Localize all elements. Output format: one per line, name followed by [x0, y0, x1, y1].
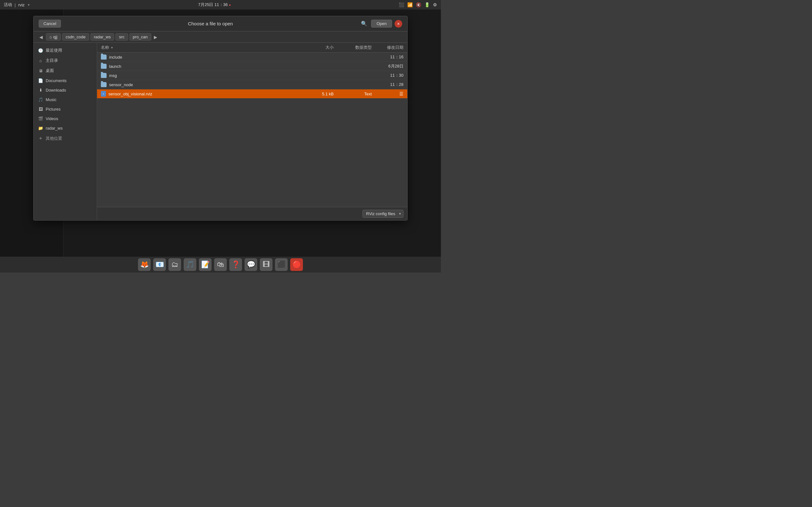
folder-icon-sensor-node — [101, 82, 107, 87]
col-sort-icon: ▼ — [110, 46, 113, 49]
filter-dropdown[interactable]: RViz config files — [362, 210, 403, 218]
home-sidebar-icon: ⌂ — [38, 58, 43, 63]
col-type-header[interactable]: 数据类型 — [334, 45, 372, 50]
folder-icon-sidebar: 📁 — [38, 125, 43, 130]
breadcrumb-bar: ◀ ⌂ qjj csdn_code radar_ws src pro_can ▶ — [34, 32, 407, 43]
row-menu-icon[interactable]: ☰ — [399, 91, 403, 96]
sidebar-item-radar-ws[interactable]: 📁 radar_ws — [34, 123, 97, 133]
dock-item-terminal[interactable]: ⬛ — [275, 258, 288, 271]
filter-dropdown-wrap: RViz config files — [362, 210, 403, 218]
file-row-sensor-node[interactable]: sensor_node 11：28 — [97, 80, 407, 89]
file-list-area: 名称 ▼ 大小 数据类型 修改日期 — [97, 43, 407, 220]
sidebar-item-recent[interactable]: 🕐 最近使用 — [34, 45, 97, 55]
file-row-include[interactable]: include 11：16 — [97, 53, 407, 62]
downloads-icon: ⬇ — [38, 88, 43, 93]
dialog-body: 🕐 最近使用 ⌂ 主目录 🖥 桌面 📄 Documents ⬇ Dow — [34, 43, 407, 220]
file-row-launch[interactable]: launch 6月28日 — [97, 62, 407, 71]
breadcrumb-back-button[interactable]: ◀ — [38, 34, 45, 40]
dock-item-help[interactable]: ❓ — [229, 258, 242, 271]
folder-icon-include — [101, 55, 107, 60]
dialog-overlay: Cancel Choose a file to open 🔍 Open × ◀ … — [0, 9, 441, 257]
sidebar-item-downloads[interactable]: ⬇ Downloads — [34, 85, 97, 95]
sidebar-item-documents[interactable]: 📄 Documents — [34, 76, 97, 85]
breadcrumb-item-qjj[interactable]: ⌂ qjj — [46, 33, 61, 41]
home-icon: ⌂ — [49, 35, 52, 39]
column-header: 名称 ▼ 大小 数据类型 修改日期 — [97, 43, 407, 53]
settings-icon[interactable]: ⚙ — [433, 2, 437, 7]
dock-item-rhythmbox[interactable]: 🎵 — [184, 258, 196, 271]
close-button[interactable]: × — [395, 20, 402, 27]
rviz-file-icon: ≡ — [101, 91, 106, 97]
rviz-label[interactable]: rviz — [18, 3, 24, 7]
desktop-icon: 🖥 — [38, 68, 43, 73]
activities-label[interactable]: 活动 — [4, 2, 12, 8]
file-chooser-dialog: Cancel Choose a file to open 🔍 Open × ◀ … — [33, 16, 408, 221]
music-icon: 🎵 — [38, 97, 43, 102]
file-row-rviz-selected[interactable]: ≡ sensor_obj_visional.rviz 5.1 kB Text ☰ — [97, 89, 407, 99]
folder-icon-launch — [101, 64, 107, 69]
battery-icon[interactable]: 🔋 — [424, 2, 430, 7]
dialog-actions-left: Cancel — [39, 20, 61, 27]
filter-bar: RViz config files — [97, 207, 407, 220]
sidebar-item-desktop[interactable]: 🖥 桌面 — [34, 66, 97, 76]
recent-icon: 🕐 — [38, 48, 43, 53]
dialog-title: Choose a file to open — [61, 21, 360, 26]
dock-item-rviz[interactable]: 🔴 — [290, 258, 303, 271]
folder-icon-msg — [101, 73, 107, 78]
breadcrumb-more-button[interactable]: ▶ — [153, 34, 159, 40]
taskbar-top: 活动 | rviz ▼ 7月25日 11：36 ● ⬛ 📶 🔇 🔋 ⚙ — [0, 0, 441, 9]
taskbar-bottom: 🦊 📧 🗂 🎵 📝 🛍 ❓ 💬 🎞 ⬛ 🔴 — [0, 257, 441, 273]
documents-icon: 📄 — [38, 78, 43, 83]
volume-icon[interactable]: 🔇 — [416, 2, 421, 7]
breadcrumb-item-pro-can[interactable]: pro_can — [130, 33, 151, 41]
file-row-msg[interactable]: msg 11：30 — [97, 71, 407, 80]
sidebar-item-home[interactable]: ⌂ 主目录 — [34, 55, 97, 66]
sidebar-add-location[interactable]: ＋ 其他位置 — [34, 133, 97, 144]
dock-item-firefox[interactable]: 🦊 — [138, 258, 151, 271]
dock-item-thunderbird[interactable]: 📧 — [153, 258, 166, 271]
sidebar: 🕐 最近使用 ⌂ 主目录 🖥 桌面 📄 Documents ⬇ Dow — [34, 43, 97, 220]
breadcrumb-item-src[interactable]: src — [115, 33, 128, 41]
open-button[interactable]: Open — [371, 20, 392, 27]
dialog-header: Cancel Choose a file to open 🔍 Open × — [34, 16, 407, 32]
dock-item-appstore[interactable]: 🛍 — [214, 258, 227, 271]
screen-icon[interactable]: ⬛ — [399, 2, 404, 7]
file-name-rviz: ≡ sensor_obj_visional.rviz — [101, 91, 305, 97]
file-name-include: include — [101, 55, 305, 60]
file-name-sensor-node: sensor_node — [101, 82, 305, 87]
cancel-button[interactable]: Cancel — [39, 20, 61, 27]
pictures-icon: 🖼 — [38, 107, 43, 112]
dock-item-writer[interactable]: 📝 — [199, 258, 212, 271]
dock-item-wechat[interactable]: 💬 — [245, 258, 257, 271]
sidebar-item-music[interactable]: 🎵 Music — [34, 95, 97, 104]
col-date-header[interactable]: 修改日期 — [372, 45, 403, 50]
col-name-header[interactable]: 名称 ▼ — [101, 45, 305, 50]
file-name-launch: launch — [101, 64, 305, 69]
add-icon: ＋ — [38, 135, 43, 142]
dialog-actions-right: 🔍 Open × — [360, 19, 402, 28]
taskbar-datetime: 7月25日 11：36 ● — [198, 2, 231, 8]
file-rows: include 11：16 launch 6 — [97, 53, 407, 207]
col-size-header[interactable]: 大小 — [305, 45, 334, 50]
dock-item-media[interactable]: 🎞 — [260, 258, 272, 271]
taskbar-right: ⬛ 📶 🔇 🔋 ⚙ — [399, 2, 437, 7]
file-name-msg: msg — [101, 73, 305, 78]
dock-item-files[interactable]: 🗂 — [168, 258, 181, 271]
videos-icon: 🎬 — [38, 116, 43, 121]
sidebar-item-pictures[interactable]: 🖼 Pictures — [34, 104, 97, 114]
breadcrumb-item-radar-ws[interactable]: radar_ws — [90, 33, 114, 41]
search-button[interactable]: 🔍 — [360, 19, 368, 28]
breadcrumb-item-csdn-code[interactable]: csdn_code — [62, 33, 89, 41]
wifi-icon[interactable]: 📶 — [407, 2, 413, 7]
sidebar-item-videos[interactable]: 🎬 Videos — [34, 114, 97, 123]
taskbar-left: 活动 | rviz ▼ — [4, 2, 31, 8]
